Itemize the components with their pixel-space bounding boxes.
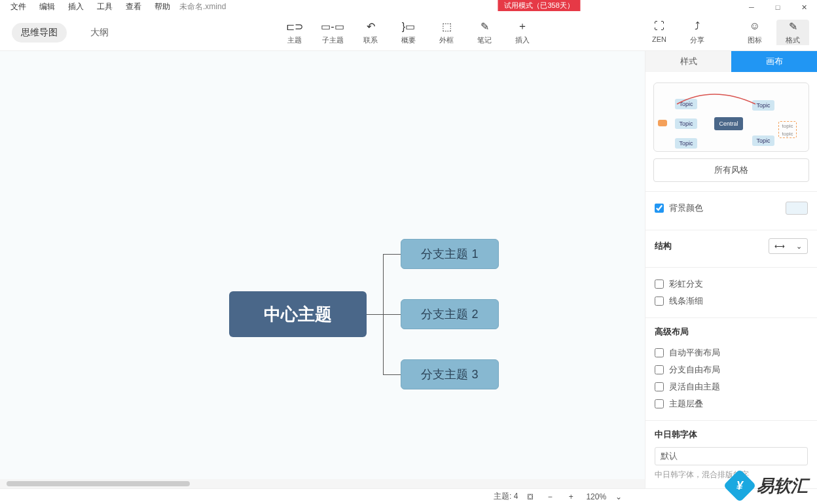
preview-sub: topic (780, 122, 795, 129)
structure-icon: ⟷ (774, 242, 785, 251)
chevron-down-icon[interactable]: ⌄ (615, 492, 622, 501)
brush-icon: ✎ (789, 20, 797, 33)
main-area: 中心主题 分支主题 1 分支主题 2 分支主题 3 样式 画布 Central … (0, 51, 817, 488)
tool-subtopic[interactable]: ▭-▭子主题 (316, 20, 349, 45)
share-icon: ⤴ (695, 20, 700, 33)
menu-view[interactable]: 查看 (119, 0, 148, 14)
free-topic-checkbox[interactable]: 灵活自由主题 (655, 378, 808, 395)
preview-topic: Topic (752, 135, 774, 146)
menu-edit[interactable]: 编辑 (33, 0, 62, 14)
connector (367, 314, 383, 315)
tool-note[interactable]: ✎笔记 (468, 20, 501, 45)
preview-sub: topic (780, 130, 795, 137)
view-tab-mindmap[interactable]: 思维导图 (12, 23, 67, 43)
tool-relation[interactable]: ↶联系 (354, 20, 387, 45)
structure-select[interactable]: ⟷⌄ (769, 238, 808, 254)
menu-file[interactable]: 文件 (4, 0, 33, 14)
tool-insert[interactable]: ＋插入 (506, 20, 539, 45)
cjk-font-title: 中日韩字体 (655, 429, 808, 441)
branch-topic-2[interactable]: 分支主题 2 (401, 299, 499, 329)
maximize-button[interactable]: □ (765, 0, 791, 14)
all-styles-button[interactable]: 所有风格 (653, 158, 809, 182)
trial-mode-badge[interactable]: 试用模式（已358天） (498, 0, 580, 11)
tool-format[interactable]: ✎格式 (776, 20, 809, 45)
minimize-button[interactable]: ─ (738, 0, 765, 14)
zoom-in-button[interactable]: + (565, 492, 577, 501)
sidebar-tab-canvas[interactable]: 画布 (731, 51, 817, 72)
view-tab-outline[interactable]: 大纲 (81, 23, 118, 43)
menubar: 文件 编辑 插入 工具 查看 帮助 未命名.xmind (0, 0, 817, 14)
tool-summary[interactable]: }▭概要 (392, 20, 425, 45)
tool-boundary[interactable]: ⬚外框 (430, 20, 463, 45)
theme-preview[interactable]: Central Topic Topic Topic Topic Topic to… (653, 82, 809, 152)
window-controls: ─ □ ✕ (738, 0, 817, 14)
horizontal-scrollbar[interactable] (0, 479, 645, 488)
chevron-down-icon: ⌄ (796, 242, 802, 251)
overlap-checkbox[interactable]: 主题层叠 (655, 395, 808, 412)
connector (383, 374, 401, 375)
central-topic-node[interactable]: 中心主题 (229, 291, 367, 337)
canvas[interactable]: 中心主题 分支主题 1 分支主题 2 分支主题 3 (0, 51, 645, 488)
filename-label: 未命名.xmind (179, 1, 226, 12)
smile-icon: ☺ (750, 20, 760, 33)
auto-balance-checkbox[interactable]: 自动平衡布局 (655, 344, 808, 361)
tool-zen[interactable]: ⛶ZEN (643, 20, 676, 45)
menu-insert[interactable]: 插入 (62, 0, 90, 14)
preview-relation-arc (674, 90, 759, 109)
free-branch-checkbox[interactable]: 分支自由布局 (655, 361, 808, 378)
map-icon[interactable]: ⛋ (527, 492, 535, 501)
rainbow-checkbox[interactable]: 彩虹分支 (655, 276, 808, 293)
connector (383, 254, 401, 255)
tapered-checkbox[interactable]: 线条渐细 (655, 293, 808, 310)
summary-icon: }▭ (402, 20, 415, 33)
branch-topic-3[interactable]: 分支主题 3 (401, 359, 499, 389)
cjk-font-select[interactable]: 默认 (655, 447, 808, 465)
note-icon: ✎ (481, 20, 489, 33)
tool-icons[interactable]: ☺图标 (738, 20, 771, 45)
boundary-icon: ⬚ (442, 20, 452, 33)
bg-color-checkbox[interactable]: 背景颜色 (655, 200, 703, 217)
tool-topic[interactable]: ⊏⊃主题 (278, 20, 311, 45)
bg-color-swatch[interactable] (786, 202, 808, 215)
preview-floating (658, 120, 667, 126)
statusbar: 主题: 4 ⛋ − + 120% ⌄ (0, 488, 817, 504)
structure-label: 结构 (655, 240, 672, 252)
sidebar-tab-style[interactable]: 样式 (645, 51, 731, 72)
scrollbar-thumb[interactable] (7, 481, 190, 486)
format-sidebar: 样式 画布 Central Topic Topic Topic Topic To… (645, 51, 817, 488)
zoom-out-button[interactable]: − (544, 492, 556, 501)
connector (383, 314, 401, 315)
menu-tools[interactable]: 工具 (90, 0, 119, 14)
preview-topic: Topic (675, 138, 697, 149)
toolbar: 思维导图 大纲 ⊏⊃主题 ▭-▭子主题 ↶联系 }▭概要 ⬚外框 ✎笔记 ＋插入… (0, 14, 817, 51)
topic-icon: ⊏⊃ (286, 20, 303, 33)
relation-icon: ↶ (367, 20, 375, 33)
menu-help[interactable]: 帮助 (148, 0, 177, 14)
tool-share[interactable]: ⤴分享 (681, 20, 714, 45)
preview-central: Central (714, 117, 743, 130)
preview-topic: Topic (675, 118, 697, 129)
close-button[interactable]: ✕ (791, 0, 817, 14)
topic-count-label: 主题: 4 (494, 491, 518, 502)
subtopic-icon: ▭-▭ (321, 20, 344, 33)
zoom-level[interactable]: 120% (586, 492, 606, 501)
branch-topic-1[interactable]: 分支主题 1 (401, 239, 499, 269)
advanced-layout-title: 高级布局 (655, 326, 808, 338)
cjk-font-hint: 中日韩字体，混合排版的字 (655, 469, 808, 480)
plus-icon: ＋ (517, 20, 528, 33)
zen-icon: ⛶ (654, 20, 664, 33)
